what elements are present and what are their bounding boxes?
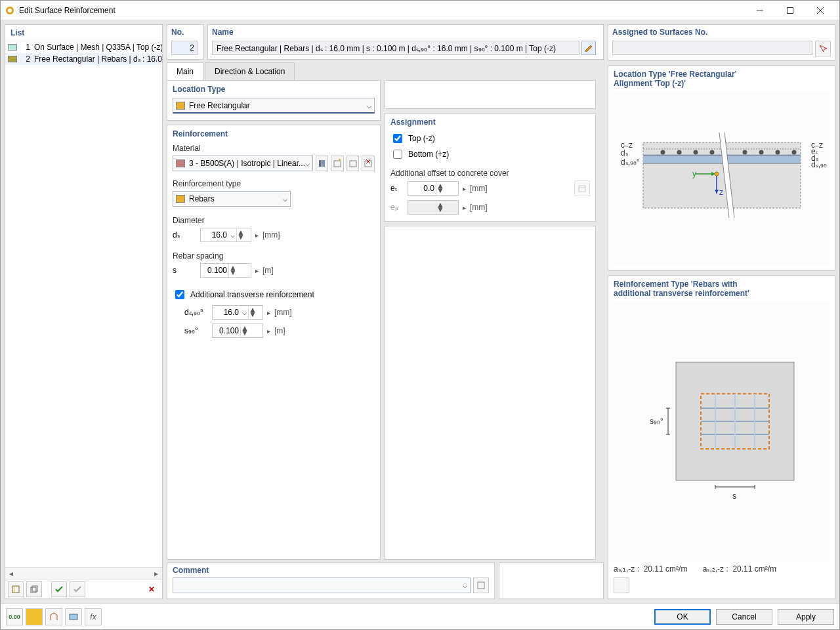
svg-rect-8 [31, 587, 36, 593]
reinforcement-type-label: Reinforcement type [173, 178, 375, 191]
top-checkbox[interactable] [393, 134, 402, 143]
copy-button[interactable] [26, 581, 42, 597]
svg-text:dₛ,₉₀°: dₛ,₉₀° [811, 160, 827, 169]
bottom-checkbox[interactable] [393, 150, 402, 159]
res2-label: aₛ,₂,-z : [703, 564, 728, 574]
list-swatch [8, 44, 17, 51]
tab-main[interactable]: Main [167, 62, 203, 80]
list-hscroll[interactable]: ◂ ▸ [5, 567, 162, 579]
svg-point-30 [759, 150, 763, 155]
preview-rebars: Reinforcement Type 'Rebars with addition… [608, 275, 835, 599]
assigned-input[interactable] [612, 41, 812, 55]
list-toolbar: ✕ [5, 579, 162, 598]
preview-tool-button[interactable] [614, 578, 629, 593]
et-input[interactable]: ▲▼ [408, 181, 459, 196]
delete-button[interactable]: ✕ [144, 581, 159, 597]
apply-icon[interactable]: ▸ [267, 327, 270, 335]
uncheck-all-button[interactable] [70, 581, 85, 597]
chevron-down-icon[interactable]: ⌵ [228, 230, 236, 240]
results-row: aₛ,₁,-z : 20.11 cm²/m aₛ,₂,-z : 20.11 cm… [614, 560, 830, 574]
material-new-button[interactable] [331, 156, 344, 171]
pick-surface-button[interactable] [815, 41, 831, 56]
name-input[interactable]: Free Rectangular | Rebars | dₛ : 16.0 mm… [212, 41, 579, 55]
ds-input[interactable]: ⌵ ▲▼ [200, 228, 251, 242]
reinforcement-type-combo[interactable]: Rebars ⌵ [173, 191, 291, 207]
apply-icon[interactable]: ▸ [267, 309, 270, 316]
comment-combo[interactable]: ⌵ [173, 578, 471, 593]
check-all-button[interactable] [51, 581, 67, 597]
svg-rect-9 [32, 586, 37, 591]
material-delete-button[interactable] [362, 156, 375, 171]
offset-calendar-button[interactable] [574, 180, 590, 196]
et-unit: [mm] [470, 184, 488, 193]
s90-input[interactable]: ▲▼ [212, 324, 263, 338]
cancel-button[interactable]: Cancel [716, 609, 772, 625]
eb-symbol: eᵦ [390, 203, 404, 212]
minimize-button[interactable] [745, 1, 775, 20]
ok-button[interactable]: OK [654, 609, 711, 625]
svg-text:s: s [732, 492, 736, 501]
material-library-button[interactable] [316, 156, 329, 171]
res2-value: 20.11 cm²/m [732, 564, 776, 574]
scroll-right-icon[interactable]: ▸ [151, 569, 161, 578]
res1-value: 20.11 cm²/m [644, 564, 688, 574]
ds-unit: [mm] [262, 230, 280, 240]
svg-point-28 [709, 150, 714, 155]
apply-icon[interactable]: ▸ [255, 267, 259, 274]
list-item[interactable]: 1 On Surface | Mesh | Q335A | Top (-z) | [5, 41, 162, 53]
ds90-unit: [mm] [274, 308, 292, 317]
list-item[interactable]: 2 Free Rectangular | Rebars | dₛ : 16.0 … [5, 53, 162, 65]
app-icon [5, 5, 15, 16]
location-type-combo[interactable]: Free Rectangular ⌵ [173, 98, 375, 114]
titlebar: Edit Surface Reinforcement [1, 1, 839, 20]
model-button[interactable] [45, 608, 62, 625]
list-area[interactable]: 1 On Surface | Mesh | Q335A | Top (-z) |… [5, 41, 162, 567]
footer: 0.00 fx OK Cancel Apply [1, 603, 839, 629]
svg-text:dₛ: dₛ [621, 148, 628, 158]
apply-icon[interactable]: ▸ [463, 185, 466, 192]
chevron-down-icon[interactable]: ⌵ [240, 308, 248, 317]
close-button[interactable] [805, 1, 835, 20]
apply-button[interactable]: Apply [778, 609, 834, 625]
units-button[interactable]: 0.00 [6, 608, 23, 625]
spin-buttons[interactable]: ▲▼ [228, 264, 236, 277]
no-input[interactable] [171, 41, 198, 55]
top-checkbox-row: Top (-z) [390, 131, 590, 146]
svg-text:y: y [692, 169, 696, 178]
spin-buttons[interactable]: ▲▼ [248, 306, 256, 319]
spacing-label: Rebar spacing [173, 250, 375, 263]
tab-direction-location[interactable]: Direction & Location [205, 62, 295, 80]
maximize-button[interactable] [775, 1, 805, 20]
atr-checkbox[interactable] [175, 290, 184, 299]
view-button[interactable] [65, 608, 82, 625]
list-panel: List 1 On Surface | Mesh | Q335A | Top (… [5, 24, 163, 599]
material-edit-button[interactable] [346, 156, 360, 171]
material-combo[interactable]: 3 - B500S(A) | Isotropic | Linear... ⌵ [173, 156, 313, 171]
list-header: List [5, 25, 162, 39]
spin-buttons[interactable]: ▲▼ [436, 182, 444, 195]
s90-unit: [m] [274, 326, 285, 335]
bottom-checkbox-row: Bottom (+z) [390, 146, 590, 162]
list-swatch [8, 56, 17, 62]
fx-button[interactable]: fx [85, 608, 102, 625]
spin-buttons: ▲▼ [436, 201, 444, 214]
scroll-left-icon[interactable]: ◂ [6, 569, 16, 578]
new-button[interactable] [8, 581, 24, 597]
spin-buttons[interactable]: ▲▼ [236, 228, 244, 242]
s-input[interactable]: ▲▼ [200, 263, 251, 278]
et-symbol: eₜ [390, 184, 404, 193]
ds90-input[interactable]: ⌵ ▲▼ [212, 305, 263, 320]
main-panel: No. Name Free Rectangular | Rebars | dₛ … [167, 24, 604, 599]
spin-buttons[interactable]: ▲▼ [240, 324, 248, 337]
material-label: Material [173, 142, 375, 156]
comment-card: Comment ⌵ [167, 562, 495, 599]
list-idx: 1 [21, 43, 30, 52]
preview2-line2: additional transverse reinforcement' [614, 289, 830, 298]
assignment-card: Assignment Top (-z) Bottom (+z) Addition… [385, 113, 596, 222]
edit-name-button[interactable] [581, 41, 596, 55]
comment-pick-button[interactable] [473, 578, 489, 593]
assignment-header: Assignment [390, 117, 590, 131]
color-button[interactable] [26, 608, 43, 625]
s90-symbol: s₉₀° [184, 326, 208, 335]
apply-icon[interactable]: ▸ [255, 232, 259, 239]
